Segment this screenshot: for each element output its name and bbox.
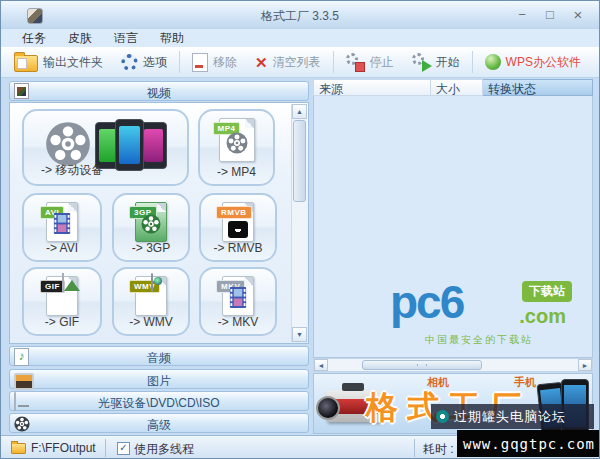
toolbar-separator xyxy=(333,51,334,73)
maximize-icon[interactable] xyxy=(543,7,557,23)
clear-list-button[interactable]: ✕ 清空列表 xyxy=(246,52,330,73)
wmv-file-icon: WMV xyxy=(135,276,167,316)
menu-help[interactable]: 帮助 xyxy=(149,30,195,47)
url-watermark: www.gqgtpc.com xyxy=(457,430,600,457)
convert-to-3gp-button[interactable]: 3GP -> 3GP xyxy=(112,193,190,262)
section-picture-label: 图片 xyxy=(10,373,308,390)
options-button[interactable]: 选项 xyxy=(112,52,176,73)
section-disc[interactable]: 光驱设备\DVD\CD\ISO xyxy=(9,391,309,411)
pc6-logo-text: pc6 xyxy=(390,275,463,329)
column-status-label: 转换状态 xyxy=(488,82,536,96)
output-path[interactable]: F:\FFOutput xyxy=(31,441,96,455)
options-label: 选项 xyxy=(143,54,167,71)
gear-icon xyxy=(121,54,138,71)
convert-to-mp4-button[interactable]: MP4 -> MP4 xyxy=(198,109,275,186)
wps-button[interactable]: WPS办公软件 xyxy=(476,52,590,73)
remove-label: 移除 xyxy=(213,54,237,71)
wps-label: WPS办公软件 xyxy=(506,54,581,71)
section-advanced[interactable]: 高级 xyxy=(9,413,309,433)
stop-label: 停止 xyxy=(370,54,394,71)
toolbar-separator xyxy=(472,51,473,73)
multithread-checkbox[interactable] xyxy=(117,442,130,455)
folder-icon xyxy=(14,55,38,72)
horizontal-scrollbar-thumb[interactable] xyxy=(362,360,482,370)
section-disc-label: 光驱设备\DVD\CD\ISO xyxy=(10,395,308,412)
mp4-file-icon: MP4 xyxy=(219,118,255,162)
forum-watermark-text: 过期罐头电脑论坛 xyxy=(454,408,566,426)
section-video-label: 视频 xyxy=(10,85,308,102)
section-video[interactable]: 视频 xyxy=(9,81,309,101)
column-size[interactable]: 大小 xyxy=(431,79,483,96)
file-list[interactable]: pc6 下载站 .com 中国最安全的下载站 xyxy=(313,96,593,358)
convert-to-avi-button[interactable]: AVI -> AVI xyxy=(22,193,102,262)
mkv-button-label: -> MKV xyxy=(201,315,275,329)
pc6-com-text: .com xyxy=(519,305,566,328)
pc6-badge: 下载站 xyxy=(522,281,572,302)
cd-icon xyxy=(436,410,449,423)
stop-button[interactable]: 停止 xyxy=(337,51,403,74)
remove-button[interactable]: 移除 xyxy=(183,51,246,74)
statusbar-separator xyxy=(414,439,415,457)
avi-button-label: -> AVI xyxy=(24,241,100,255)
convert-to-wmv-button[interactable]: WMV -> WMV xyxy=(112,267,190,336)
section-audio-label: 音频 xyxy=(10,350,308,367)
folder-small-icon xyxy=(11,443,26,454)
toolbar: 输出文件夹 选项 移除 ✕ 清空列表 停止 开始 WPS办公软件 xyxy=(1,47,599,78)
column-size-label: 大小 xyxy=(436,82,460,96)
3gp-button-label: -> 3GP xyxy=(114,241,188,255)
output-folder-label: 输出文件夹 xyxy=(43,54,103,71)
start-icon xyxy=(412,53,431,72)
avi-file-icon: AVI xyxy=(46,202,78,242)
section-picture[interactable]: 图片 xyxy=(9,369,309,389)
column-status[interactable]: 转换状态 xyxy=(483,79,593,96)
menu-language[interactable]: 语言 xyxy=(103,30,149,47)
column-source[interactable]: 来源 xyxy=(313,79,431,96)
convert-to-gif-button[interactable]: GIF -> GIF xyxy=(22,267,102,336)
convert-to-mkv-button[interactable]: MKV -> MKV xyxy=(199,267,277,336)
video-formats-panel: -> 移动设备 MP4 -> MP4 AVI -> AVI 3GP xyxy=(9,102,309,344)
start-button[interactable]: 开始 xyxy=(403,51,469,74)
file-list-header: 来源 大小 转换状态 xyxy=(313,79,593,96)
close-icon[interactable] xyxy=(571,7,585,23)
multithread-label: 使用多线程 xyxy=(134,441,194,458)
scroll-left-icon[interactable] xyxy=(314,359,328,371)
mobile-button-label: -> 移动设备 xyxy=(24,162,187,179)
pc6-watermark: pc6 下载站 .com 中国最安全的下载站 xyxy=(384,281,574,347)
forum-watermark: 过期罐头电脑论坛 xyxy=(431,404,594,429)
wmv-button-label: -> WMV xyxy=(114,315,188,329)
rmvb-button-label: -> RMVB xyxy=(201,241,275,255)
menu-task[interactable]: 任务 xyxy=(11,30,57,47)
title-bar: 格式工厂 3.3.5 xyxy=(1,1,599,30)
gif-file-icon: GIF xyxy=(46,276,78,316)
clear-list-label: 清空列表 xyxy=(273,54,321,71)
app-window: 格式工厂 3.3.5 任务 皮肤 语言 帮助 输出文件夹 选项 移除 ✕ 清空列… xyxy=(0,0,600,459)
column-source-label: 来源 xyxy=(319,82,343,96)
stop-icon xyxy=(346,53,365,72)
vertical-scrollbar-thumb[interactable] xyxy=(293,120,306,202)
scroll-down-icon[interactable] xyxy=(292,327,307,342)
scroll-right-icon[interactable] xyxy=(578,359,592,371)
menu-skin[interactable]: 皮肤 xyxy=(57,30,103,47)
mkv-file-icon: MKV xyxy=(222,276,254,316)
rmvb-file-icon: RMVB xyxy=(222,202,254,242)
gif-button-label: -> GIF xyxy=(24,315,100,329)
3gp-file-icon: 3GP xyxy=(135,202,167,242)
output-folder-button[interactable]: 输出文件夹 xyxy=(5,50,112,74)
rmvb-badge: RMVB xyxy=(216,206,252,219)
url-watermark-text: www.gqgtpc.com xyxy=(463,436,595,452)
section-audio[interactable]: ♪ 音频 xyxy=(9,346,309,366)
statusbar-separator xyxy=(105,439,106,457)
video-panel-scrollbar[interactable] xyxy=(291,104,307,342)
toolbar-separator xyxy=(179,51,180,73)
minimize-icon[interactable] xyxy=(515,7,529,23)
start-label: 开始 xyxy=(436,54,460,71)
convert-to-rmvb-button[interactable]: RMVB -> RMVB xyxy=(199,193,277,262)
scroll-up-icon[interactable] xyxy=(292,104,307,119)
remove-file-icon xyxy=(192,53,208,72)
file-list-hscrollbar[interactable] xyxy=(313,358,593,372)
convert-to-mobile-button[interactable]: -> 移动设备 xyxy=(22,109,189,186)
red-x-icon: ✕ xyxy=(255,54,268,71)
pc6-tagline: 中国最安全的下载站 xyxy=(384,333,574,347)
mp4-button-label: -> MP4 xyxy=(200,165,273,179)
section-advanced-label: 高级 xyxy=(10,417,308,434)
